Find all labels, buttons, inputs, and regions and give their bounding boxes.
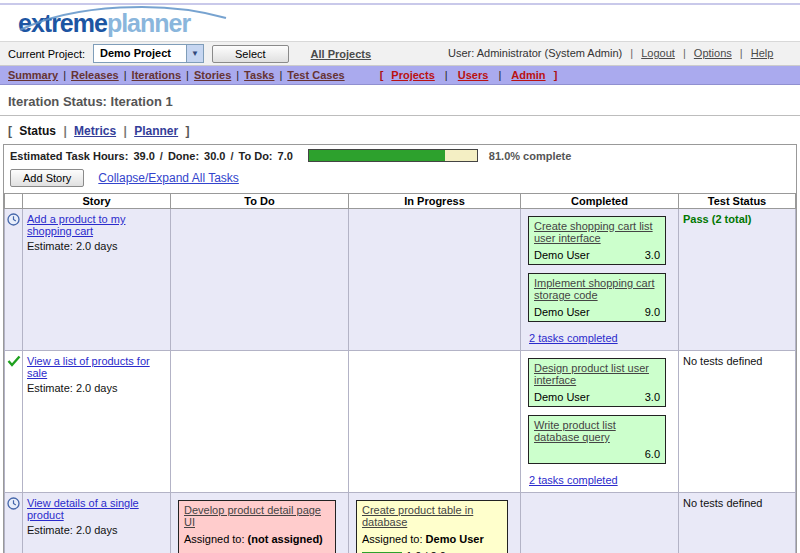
nav-stories[interactable]: Stories: [194, 69, 231, 81]
clock-icon: [7, 213, 20, 226]
task-link[interactable]: Develop product detail page UI: [184, 504, 321, 528]
story-estimate: Estimate: 2.0 days: [27, 524, 166, 536]
estimated-hours-value: 39.0: [133, 150, 154, 162]
inprogress-task-card: Create product table in database Assigne…: [356, 500, 508, 553]
separator: |: [123, 124, 126, 138]
todo-hours-label: To Do:: [239, 150, 273, 162]
current-project-label: Current Project:: [8, 48, 85, 60]
separator: |: [279, 69, 282, 81]
select-button[interactable]: Select: [212, 45, 289, 63]
all-projects-link[interactable]: All Projects: [311, 48, 372, 60]
story-link[interactable]: View a list of products for sale: [27, 355, 150, 379]
user-label: User: Administrator (System Admin): [448, 47, 622, 59]
logout-link[interactable]: Logout: [641, 47, 675, 59]
test-status-badge: Pass (2 total): [683, 213, 751, 225]
separator: |: [236, 69, 239, 81]
todo-column-header: To Do: [171, 194, 349, 209]
nav-iterations[interactable]: Iterations: [132, 69, 182, 81]
check-icon: [7, 355, 21, 367]
separator: |: [683, 47, 686, 59]
nav-users[interactable]: Users: [458, 69, 489, 81]
table-header-row: Story To Do In Progress Completed Test S…: [5, 194, 796, 209]
task-link[interactable]: Design product list user interface: [534, 362, 649, 386]
bracket: ]: [554, 69, 558, 81]
completed-task-card: Design product list user interface Demo …: [528, 358, 666, 407]
logo-text-extreme: extreme: [18, 9, 107, 37]
bracket: [: [8, 124, 12, 138]
project-bar: Current Project: Demo Project ▼ Select A…: [0, 41, 800, 66]
project-select-value: Demo Project: [94, 45, 186, 62]
collapse-expand-link[interactable]: Collapse/Expand All Tasks: [98, 171, 239, 185]
done-hours-label: Done:: [168, 150, 199, 162]
estimated-hours-label: Estimated Task Hours:: [10, 150, 128, 162]
logo-text-planner: planner: [107, 9, 190, 37]
task-user: Demo User: [534, 306, 590, 318]
user-area: User: Administrator (System Admin) | Log…: [448, 47, 773, 59]
nav-releases[interactable]: Releases: [71, 69, 119, 81]
nav-projects[interactable]: Projects: [391, 69, 434, 81]
task-hours: 6.0: [645, 448, 660, 460]
task-link[interactable]: Implement shopping cart storage code: [534, 277, 654, 301]
app-logo[interactable]: extremeplanner: [18, 9, 190, 38]
separator: |: [63, 69, 66, 81]
completed-column-header: Completed: [521, 194, 679, 209]
separator: /: [230, 150, 233, 162]
task-user: Demo User: [534, 391, 590, 403]
percent-complete-label: 81.0% complete: [489, 150, 572, 162]
tab-planner[interactable]: Planner: [134, 124, 178, 138]
task-hours-summary: Estimated Task Hours: 39.0 / Done: 30.0 …: [4, 145, 796, 164]
test-status-badge: No tests defined: [683, 355, 763, 367]
assigned-to-label: Assigned to:: [362, 533, 423, 545]
nav-summary[interactable]: Summary: [8, 69, 58, 81]
todo-hours-value: 7.0: [278, 150, 293, 162]
chevron-down-icon[interactable]: ▼: [186, 45, 203, 62]
page-title-bar: Iteration Status: Iteration 1: [0, 85, 800, 116]
completed-task-card: Write product list database query 6.0: [528, 415, 666, 464]
tab-metrics[interactable]: Metrics: [74, 124, 116, 138]
completed-task-card: Implement shopping cart storage code Dem…: [528, 273, 666, 322]
separator: |: [124, 69, 127, 81]
separator: |: [740, 47, 743, 59]
view-tabs: [ Status | Metrics | Planner ]: [0, 116, 800, 144]
nav-admin[interactable]: Admin: [511, 69, 545, 81]
tab-status[interactable]: Status: [19, 124, 56, 138]
options-link[interactable]: Options: [694, 47, 732, 59]
toolbar: Add Story Collapse/Expand All Tasks: [4, 164, 796, 193]
icon-column-header: [5, 194, 23, 209]
table-row: Add a product to my shopping cart Estima…: [5, 209, 796, 351]
teststatus-column-header: Test Status: [679, 194, 796, 209]
bracket: ]: [186, 124, 190, 138]
iteration-status-panel: Estimated Task Hours: 39.0 / Done: 30.0 …: [3, 144, 797, 553]
story-link[interactable]: View details of a single product: [27, 497, 139, 521]
iteration-board-table: Story To Do In Progress Completed Test S…: [4, 193, 796, 553]
task-link[interactable]: Create product table in database: [362, 504, 473, 528]
completed-task-card: Create shopping cart list user interface…: [528, 216, 666, 265]
story-column-header: Story: [23, 194, 171, 209]
task-link[interactable]: Write product list database query: [534, 419, 616, 443]
nav-tasks[interactable]: Tasks: [244, 69, 274, 81]
story-link[interactable]: Add a product to my shopping cart: [27, 213, 125, 237]
task-link[interactable]: Create shopping cart list user interface: [534, 220, 653, 244]
separator: |: [186, 69, 189, 81]
inprogress-column-header: In Progress: [349, 194, 521, 209]
separator: |: [630, 47, 633, 59]
task-hours: 3.0: [645, 249, 660, 261]
story-estimate: Estimate: 2.0 days: [27, 240, 166, 252]
nav-test-cases[interactable]: Test Cases: [287, 69, 344, 81]
tasks-completed-link[interactable]: 2 tasks completed: [529, 474, 618, 486]
help-link[interactable]: Help: [751, 47, 774, 59]
table-row: View a list of products for sale Estimat…: [5, 351, 796, 493]
iteration-progress-bar: [308, 149, 478, 162]
tasks-completed-link[interactable]: 2 tasks completed: [529, 332, 618, 344]
separator: /: [160, 150, 163, 162]
clock-icon: [7, 497, 20, 510]
separator: |: [63, 124, 66, 138]
add-story-button[interactable]: Add Story: [10, 169, 84, 187]
task-assignee: Demo User: [426, 533, 484, 545]
table-row: View details of a single product Estimat…: [5, 493, 796, 553]
story-estimate: Estimate: 2.0 days: [27, 382, 166, 394]
task-assignee: (not assigned): [248, 533, 323, 545]
assigned-to-label: Assigned to:: [184, 533, 245, 545]
app-header: extremeplanner: [0, 5, 800, 41]
project-select[interactable]: Demo Project ▼: [93, 44, 204, 63]
